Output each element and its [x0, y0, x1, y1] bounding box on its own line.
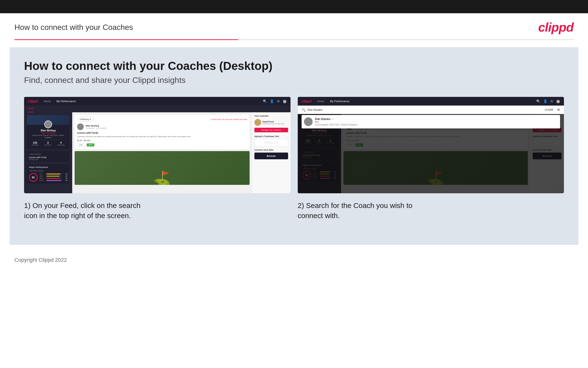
perf-bars-1: OTT 90 APP 85 — [39, 173, 67, 182]
nav-myperformance-2: My Performance — [330, 100, 350, 103]
result-club: Sunningdale Golf Club, United Kingdom — [315, 123, 358, 126]
avatar-icon-1[interactable]: ⬤ — [283, 99, 287, 103]
screenshot-1: clippd Home My Performance 🔍 👤 ⚙ ⬤ Feed — [24, 97, 290, 221]
golf-silhouette-1: ⛳ — [153, 170, 171, 185]
arccos-logo-1: Arccos — [255, 153, 288, 159]
coaches-title-1: Your Coaches — [255, 115, 288, 117]
lesson-user-name-1: Blair McHarg — [86, 125, 106, 127]
header-divider — [14, 39, 574, 40]
perf-bar-arg: ARG 86 — [39, 177, 67, 179]
result-info: Dan Davies ✓ Pro Sunningdale Golf Club, … — [315, 117, 358, 126]
lesson-actions-1: OFF APP — [77, 143, 247, 147]
screenshot-1-mock: clippd Home My Performance 🔍 👤 ⚙ ⬤ Feed — [24, 97, 290, 193]
clippd-logo: clippd — [538, 20, 574, 35]
search-query[interactable]: Dan Davies — [307, 108, 543, 111]
search-icon-2[interactable]: 🔍 — [536, 99, 540, 103]
clear-button[interactable]: CLEAR — [545, 109, 553, 111]
lesson-card-1: Following ▾ Control who can see your act… — [75, 115, 250, 149]
profile-handicap-1: Plus Handicap — [29, 132, 67, 134]
middle-panel-1: Following ▾ Control who can see your act… — [72, 112, 252, 193]
app-content-1: Blair McHarg Plus Handicap Royal North D… — [24, 112, 290, 193]
profile-club-1: Royal North Devon Golf Club, United King… — [29, 134, 67, 138]
feed-tab-1[interactable]: Feed — [28, 106, 34, 112]
profile-avatar-1 — [44, 120, 52, 128]
coach-avatar-1 — [255, 119, 261, 126]
close-icon[interactable]: ✕ — [557, 108, 560, 112]
profile-banner-1 — [27, 115, 69, 125]
quality-circle-1: 92 — [29, 173, 37, 182]
step-1-description: 1) On your Feed, click on the searchicon… — [24, 193, 290, 221]
step-1-text: 1) On your Feed, click on the searchicon… — [24, 201, 290, 221]
trackman-placeholder-1: Trackman Link — [255, 139, 288, 146]
stat-activities-1: 131 Activities — [32, 141, 38, 146]
settings-icon-1[interactable]: ⚙ — [277, 99, 280, 103]
perf-bar-ott: OTT 90 — [39, 173, 67, 175]
golf-image-1: ⛳ — [75, 151, 250, 185]
lesson-title-1: Lesson with Fordy — [77, 132, 247, 134]
user-icon-2[interactable]: 👤 — [543, 99, 547, 103]
main-heading: How to connect with your Coaches (Deskto… — [24, 59, 564, 73]
following-row-1: Following ▾ Control who can see your act… — [77, 117, 247, 121]
top-bar — [0, 0, 588, 13]
result-role: Pro — [315, 121, 358, 123]
manage-coaches-btn-1[interactable]: Manage Your Coaches — [255, 128, 288, 132]
user-icon-1[interactable]: 👤 — [270, 99, 274, 103]
main-content: How to connect with your Coaches (Deskto… — [10, 47, 578, 245]
step-2-description: 2) Search for the Coach you wish toconne… — [298, 193, 564, 221]
coach-card-1: David Ford Royal North Devon Golf Club — [255, 119, 288, 126]
app-nav-1: clippd Home My Performance 🔍 👤 ⚙ ⬤ — [24, 97, 290, 106]
coach-club-1: Royal North Devon Golf Club — [263, 123, 284, 125]
page-title: How to connect with your Coaches — [14, 23, 133, 32]
perf-content-1: 92 OTT 90 APP — [29, 173, 67, 182]
avatar-icon-2[interactable]: ⬤ — [556, 99, 560, 103]
nav-myperformance-1: My Performance — [57, 100, 76, 103]
lesson-desc-1: Looking to feel like my hands are exitin… — [77, 135, 247, 138]
right-panel-1: Your Coaches David Ford Royal North Devo… — [252, 112, 290, 193]
left-panel-1: Blair McHarg Plus Handicap Royal North D… — [24, 112, 72, 193]
app-btn-1[interactable]: APP — [87, 143, 94, 147]
nav-home-2: Home — [317, 100, 324, 103]
search-icon-1[interactable]: 🔍 — [263, 99, 267, 103]
player-performance-1: Player Performance Total Player Quality … — [27, 164, 69, 184]
coach-info-1: David Ford Royal North Devon Golf Club — [263, 120, 284, 125]
lesson-meta-1: Yesterday · Sunningdale — [86, 127, 106, 129]
main-subheading: Find, connect and share your Clippd insi… — [24, 75, 564, 85]
profile-card-1: Blair McHarg Plus Handicap Royal North D… — [27, 115, 69, 149]
following-btn-1[interactable]: Following ▾ — [77, 117, 94, 121]
connect-section-1: Connect your data Arccos — [255, 149, 288, 159]
latest-activity-1: Latest Activity Lesson with Fordy 03 Aug… — [27, 151, 69, 162]
profile-stats-1: 131 Activities 3 Followers 4 — [29, 139, 67, 147]
profile-info-1: Blair McHarg Plus Handicap Royal North D… — [27, 125, 69, 149]
app-sub-nav-1: Feed — [24, 106, 290, 112]
nav-logo-2: clippd — [302, 99, 311, 103]
lesson-user-info-1: Blair McHarg Yesterday · Sunningdale — [86, 125, 106, 129]
step-2-text: 2) Search for the Coach you wish toconne… — [298, 201, 564, 221]
screenshots-row: clippd Home My Performance 🔍 👤 ⚙ ⬤ Feed — [24, 97, 564, 221]
result-avatar — [304, 117, 313, 126]
perf-bar-putt: PUTT 96 — [39, 180, 67, 181]
perf-bar-app: APP 85 — [39, 175, 67, 177]
upload-title-1: Upload a Trackman Test — [255, 135, 288, 138]
search-overlay: 🔍 Dan Davies CLEAR ✕ Dan Davies ✓ — [298, 106, 564, 193]
screenshot-2: clippd Home My Performance 🔍 👤 ⚙ ⬤ Feed — [298, 97, 564, 221]
stat-followers-1: 3 Followers — [44, 141, 52, 146]
nav-home-1: Home — [44, 100, 51, 103]
nav-logo-1: clippd — [28, 99, 38, 103]
search-icon-overlay: 🔍 — [302, 108, 306, 112]
settings-icon-2[interactable]: ⚙ — [550, 99, 553, 103]
footer: Copyright Clippd 2022 — [0, 252, 588, 268]
lesson-duration-1: 01 hr : 30 min — [77, 139, 247, 142]
result-name[interactable]: Dan Davies — [315, 117, 331, 121]
nav-icons-1: 🔍 👤 ⚙ ⬤ — [263, 99, 287, 103]
nav-icons-2: 🔍 👤 ⚙ ⬤ — [536, 99, 560, 103]
copyright: Copyright Clippd 2022 — [14, 257, 67, 263]
stat-following-1: 4 Following — [57, 141, 64, 146]
profile-name-1: Blair McHarg — [29, 129, 67, 132]
search-results: Dan Davies ✓ Pro Sunningdale Golf Club, … — [302, 115, 560, 129]
control-link-1[interactable]: Control who can see your activity and da… — [211, 118, 247, 120]
screenshot-2-mock: clippd Home My Performance 🔍 👤 ⚙ ⬤ Feed — [298, 97, 564, 193]
off-btn-1[interactable]: OFF — [77, 143, 85, 147]
lesson-avatar-1 — [77, 123, 84, 130]
app-nav-2: clippd Home My Performance 🔍 👤 ⚙ ⬤ — [298, 97, 564, 106]
verified-icon: ✓ — [331, 117, 334, 121]
